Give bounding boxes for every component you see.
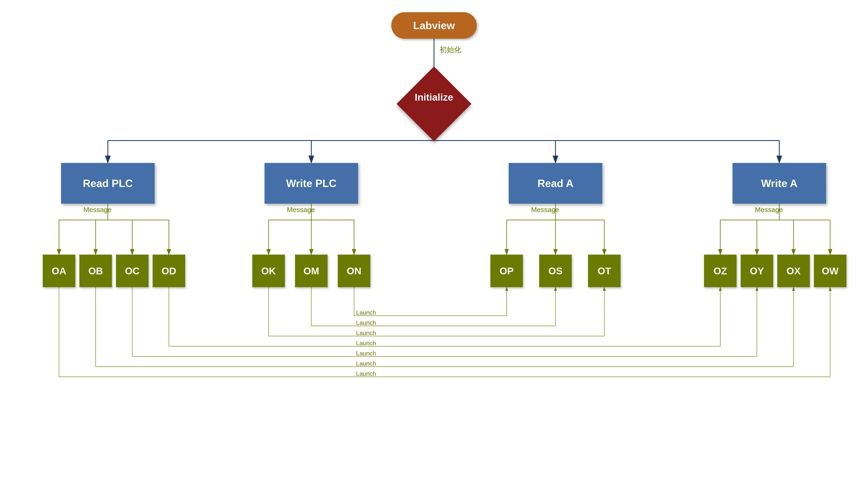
green-box-ot: OT: [588, 255, 621, 287]
message-label-1: Message: [84, 206, 112, 214]
init-annotation: 初始化: [439, 45, 462, 55]
green-box-oc: OC: [116, 255, 149, 287]
diagram: Launch Launch Launch Launch Launch Launc…: [0, 0, 868, 487]
green-box-op: OP: [490, 255, 523, 287]
svg-text:Launch: Launch: [356, 360, 376, 367]
green-box-ow: OW: [814, 255, 846, 287]
initialize-diamond: [397, 66, 471, 141]
message-label-2: Message: [287, 206, 315, 214]
green-box-on: ON: [338, 255, 370, 287]
labview-node: Labview: [391, 12, 477, 39]
svg-text:Launch: Launch: [356, 309, 376, 316]
message-label-3: Message: [531, 206, 559, 214]
green-box-oy: OY: [741, 255, 773, 287]
svg-text:Launch: Launch: [356, 330, 376, 336]
green-box-ob: OB: [79, 255, 112, 287]
svg-text:Launch: Launch: [356, 350, 376, 356]
message-label-4: Message: [755, 206, 783, 214]
svg-text:Launch: Launch: [356, 340, 376, 346]
write-a-box: Write A: [733, 163, 826, 204]
svg-text:Launch: Launch: [356, 370, 376, 377]
green-box-oa: OA: [43, 255, 75, 287]
initialize-label: Initialize: [403, 92, 465, 103]
green-box-ox: OX: [777, 255, 810, 287]
read-plc-box: Read PLC: [61, 163, 155, 204]
green-box-om: OM: [295, 255, 328, 287]
write-plc-box: Write PLC: [265, 163, 358, 204]
green-box-oz: OZ: [704, 255, 737, 287]
read-a-box: Read A: [509, 163, 602, 204]
green-box-os: OS: [539, 255, 572, 287]
labview-label: Labview: [413, 19, 455, 32]
green-box-od: OD: [153, 255, 185, 287]
green-box-ok: OK: [252, 255, 285, 287]
svg-text:Launch: Launch: [356, 319, 376, 326]
